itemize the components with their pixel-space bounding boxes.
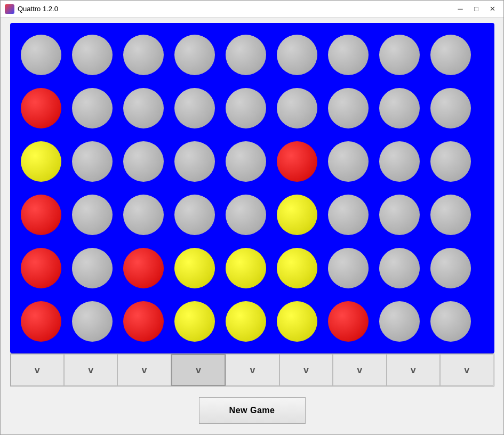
board-cell: [220, 82, 271, 135]
disc: [226, 248, 266, 288]
board-cell: [169, 188, 220, 241]
disc: [21, 88, 61, 128]
drop-column-button[interactable]: v: [440, 354, 493, 386]
disc: [72, 88, 113, 128]
board-cell: [374, 295, 425, 348]
board-cell: [169, 28, 220, 82]
game-content: vvvvvvvvv New Game: [1, 18, 503, 434]
board-cell: [67, 188, 118, 241]
disc: [226, 301, 266, 342]
disc: [277, 88, 317, 128]
disc: [277, 35, 317, 75]
disc: [430, 141, 471, 182]
title-bar: Quattro 1.2.0 ─ □ ✕: [1, 1, 503, 18]
board-cell: [67, 295, 118, 348]
drop-column-button[interactable]: v: [279, 354, 333, 386]
board-cell: [425, 28, 476, 82]
disc: [174, 301, 215, 342]
minimize-button[interactable]: ─: [453, 3, 467, 15]
disc: [21, 195, 61, 235]
disc: [123, 88, 164, 128]
board-cell: [323, 188, 374, 241]
window-title: Quattro 1.2.0: [18, 5, 453, 13]
board-cell: [169, 82, 220, 135]
board-cell: [271, 241, 323, 295]
board-cell: [118, 241, 169, 295]
disc: [174, 248, 215, 288]
board-cell: [323, 28, 374, 82]
drop-column-button[interactable]: v: [387, 354, 440, 386]
board-cell: [425, 188, 476, 241]
board-cell: [271, 295, 323, 348]
maximize-button[interactable]: □: [469, 3, 483, 15]
disc: [430, 195, 471, 235]
disc: [328, 301, 369, 342]
disc: [72, 301, 113, 342]
disc: [379, 88, 420, 128]
board-cell: [323, 82, 374, 135]
board-cell: [169, 135, 220, 188]
board-cell: [15, 295, 67, 348]
board-cell: [374, 241, 425, 295]
board-cell: [169, 295, 220, 348]
board-cell: [425, 295, 476, 348]
disc: [379, 141, 420, 182]
drop-column-button[interactable]: v: [11, 354, 64, 386]
game-board: [10, 23, 494, 353]
close-button[interactable]: ✕: [485, 3, 499, 15]
drop-column-button[interactable]: v: [333, 354, 386, 386]
disc: [21, 301, 61, 342]
drop-column-button[interactable]: v: [117, 354, 171, 386]
disc: [277, 195, 317, 235]
drop-column-button[interactable]: v: [171, 354, 226, 386]
board-cell: [15, 241, 67, 295]
disc: [277, 248, 317, 288]
disc: [430, 301, 471, 342]
board-cell: [271, 135, 323, 188]
board-cell: [374, 188, 425, 241]
board-cell: [374, 28, 425, 82]
disc: [123, 248, 164, 288]
disc: [430, 248, 471, 288]
new-game-area: New Game: [199, 397, 306, 424]
board-cell: [118, 82, 169, 135]
disc: [123, 301, 164, 342]
board-cell: [323, 295, 374, 348]
disc: [21, 35, 61, 75]
disc: [328, 88, 369, 128]
disc: [328, 195, 369, 235]
board-cell: [425, 241, 476, 295]
drop-column-button[interactable]: v: [226, 354, 279, 386]
disc: [72, 248, 113, 288]
board-cell: [323, 135, 374, 188]
board-cell: [220, 188, 271, 241]
disc: [21, 141, 61, 182]
board-cell: [271, 188, 323, 241]
board-cell: [425, 82, 476, 135]
disc: [72, 195, 113, 235]
board-cell: [67, 241, 118, 295]
window-controls: ─ □ ✕: [453, 3, 499, 15]
board-cell: [118, 295, 169, 348]
disc: [277, 141, 317, 182]
disc: [226, 141, 266, 182]
app-icon: [5, 4, 14, 14]
disc: [379, 301, 420, 342]
board-cell: [220, 28, 271, 82]
board-cell: [323, 241, 374, 295]
board-cell: [271, 28, 323, 82]
disc: [328, 248, 369, 288]
disc: [123, 35, 164, 75]
board-cell: [169, 241, 220, 295]
disc: [277, 301, 317, 342]
disc: [379, 195, 420, 235]
new-game-button[interactable]: New Game: [199, 397, 306, 424]
board-cell: [220, 295, 271, 348]
disc: [174, 141, 215, 182]
drop-column-button[interactable]: v: [64, 354, 117, 386]
board-cell: [118, 135, 169, 188]
board-cell: [67, 135, 118, 188]
disc: [174, 35, 215, 75]
disc: [226, 195, 266, 235]
disc: [430, 88, 471, 128]
